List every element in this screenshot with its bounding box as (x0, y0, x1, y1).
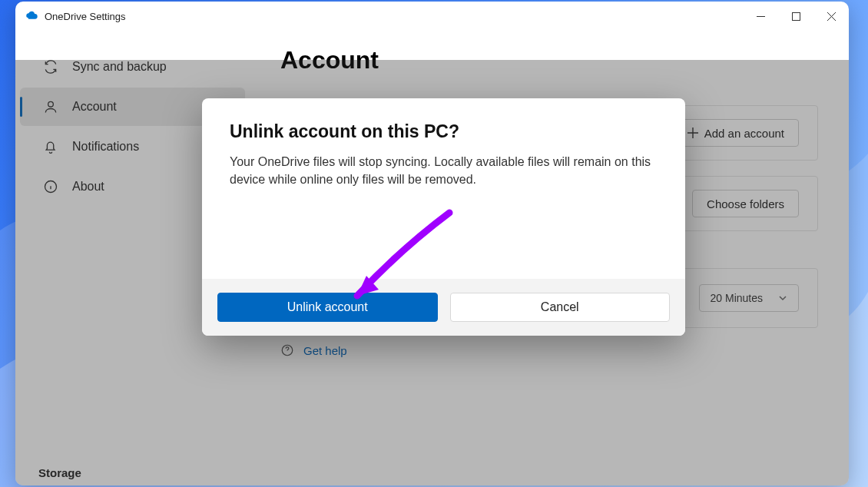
modal-footer: Unlink account Cancel (202, 279, 685, 336)
settings-window: OneDrive Settings Sync and backup Accoun… (15, 2, 849, 485)
cancel-button[interactable]: Cancel (450, 293, 671, 322)
titlebar: OneDrive Settings (15, 2, 849, 31)
onedrive-icon (25, 9, 38, 23)
unlink-account-button[interactable]: Unlink account (217, 293, 438, 322)
unlink-modal: Unlink account on this PC? Your OneDrive… (202, 98, 685, 336)
modal-description: Your OneDrive files will stop syncing. L… (230, 153, 658, 188)
window-controls (743, 2, 849, 31)
close-button[interactable] (813, 2, 849, 31)
modal-title: Unlink account on this PC? (230, 121, 658, 142)
svg-rect-0 (792, 12, 800, 20)
window-title: OneDrive Settings (45, 11, 126, 22)
modal-body: Unlink account on this PC? Your OneDrive… (202, 98, 685, 279)
minimize-button[interactable] (743, 2, 778, 31)
maximize-button[interactable] (778, 2, 813, 31)
